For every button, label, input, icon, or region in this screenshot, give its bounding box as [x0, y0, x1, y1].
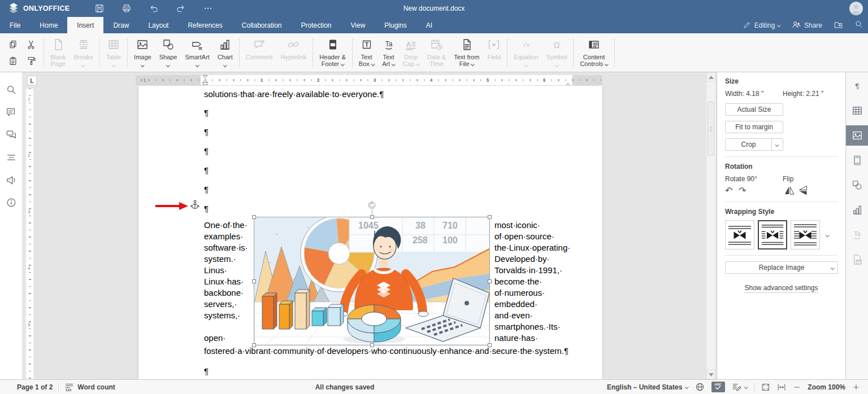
scroll-up-button[interactable] — [706, 72, 715, 82]
fit-to-page-button[interactable] — [761, 383, 770, 392]
table-settings-button[interactable] — [846, 100, 868, 121]
actual-size-button[interactable]: Actual Size — [725, 103, 783, 116]
chevron-down-icon — [341, 62, 344, 65]
scroll-down-button[interactable] — [706, 370, 715, 379]
resize-handle-sw[interactable] — [252, 343, 256, 347]
tab-draw[interactable]: Draw — [103, 17, 138, 33]
document-scrollbar[interactable] — [706, 72, 715, 379]
tab-protection[interactable]: Protection — [292, 17, 341, 33]
menu-tab-bar: FileHomeInsertDrawLayoutReferencesCollab… — [0, 17, 868, 33]
tab-plugins[interactable]: Plugins — [375, 17, 416, 33]
shape-settings-button[interactable] — [846, 175, 868, 195]
rotate-handle[interactable] — [368, 201, 376, 212]
zoom-in-button[interactable] — [852, 383, 860, 391]
wrapping-gallery-expand-button[interactable] — [823, 220, 831, 249]
tab-home[interactable]: Home — [30, 17, 67, 33]
shape-button[interactable]: Shape — [155, 36, 181, 67]
chart-settings-button[interactable] — [846, 200, 868, 220]
sidebar-search-button[interactable] — [5, 84, 18, 96]
rotate-counterclockwise-button[interactable]: ↶ — [725, 185, 739, 196]
format-painter-button[interactable] — [24, 54, 38, 68]
user-avatar[interactable] — [849, 2, 863, 15]
sidebar-navigation-button[interactable] — [5, 151, 18, 164]
paste-button[interactable] — [6, 54, 20, 68]
tab-stop-selector[interactable]: L — [27, 76, 37, 85]
fit-to-width-button[interactable] — [777, 383, 786, 392]
sidebar-chat-button[interactable] — [5, 129, 18, 141]
svg-text:710: 710 — [442, 221, 458, 230]
share-button[interactable]: Share — [792, 20, 822, 31]
text-art-button[interactable]: TaTextArt — [378, 36, 399, 67]
search-button[interactable] — [854, 20, 863, 30]
resize-handle-se[interactable] — [488, 343, 492, 347]
wrapped-text-line: nature·has· — [494, 332, 570, 344]
resize-handle-e[interactable] — [488, 279, 492, 283]
open-file-location-button[interactable] — [834, 20, 843, 31]
sidebar-about-button[interactable] — [5, 196, 18, 209]
track-changes-button[interactable] — [732, 382, 748, 392]
page-number-indicator[interactable]: Page 1 of 2 — [17, 383, 53, 391]
ribbon-divider — [313, 38, 313, 67]
tab-references[interactable]: References — [178, 17, 232, 33]
image-settings-button[interactable] — [846, 125, 868, 146]
print-button[interactable] — [121, 3, 132, 14]
chevron-down-icon — [392, 62, 395, 65]
wrapping-style-tight[interactable] — [791, 220, 820, 249]
spellcheck-icon: ABC — [714, 382, 722, 392]
replace-image-button[interactable]: Replace Image — [725, 261, 838, 274]
customize-toolbar-button[interactable] — [203, 3, 213, 14]
editing-mode-button[interactable]: Editing — [743, 20, 780, 30]
resize-handle-ne[interactable] — [488, 215, 492, 219]
show-advanced-settings-link[interactable]: Show advanced settings — [725, 284, 837, 292]
tab-insert[interactable]: Insert — [67, 17, 103, 33]
rotate-clockwise-button[interactable]: ↷ — [739, 185, 752, 196]
set-document-language-button[interactable] — [695, 382, 705, 392]
spell-check-toggle[interactable]: ABC — [711, 382, 725, 392]
zoom-out-button[interactable] — [793, 383, 801, 391]
svg-text:¶: ¶ — [855, 82, 859, 90]
resize-handle-s[interactable] — [370, 343, 374, 347]
language-selector[interactable]: English – United States — [607, 383, 688, 391]
wrapping-style-inline[interactable] — [725, 220, 754, 249]
tab-view[interactable]: View — [341, 17, 375, 33]
undo-button[interactable] — [149, 3, 159, 14]
flip-horizontal-button[interactable] — [783, 186, 796, 195]
resize-handle-w[interactable] — [252, 279, 256, 283]
chart-button[interactable]: Chart — [214, 36, 237, 67]
redo-button[interactable] — [176, 3, 186, 14]
smartart-button[interactable]: SmartArt — [181, 36, 213, 67]
copy-button[interactable] — [6, 37, 20, 52]
sidebar-feedback-button[interactable] — [5, 174, 18, 186]
word-count-button[interactable]: 123 Word count — [64, 382, 115, 392]
vertical-ruler[interactable]: 12345 — [26, 89, 33, 379]
headerfooter-settings-button[interactable] — [846, 150, 868, 170]
flip-vertical-button[interactable] — [799, 184, 808, 198]
tab-layout[interactable]: Layout — [138, 17, 178, 33]
empty-paragraph-mark: ¶ — [204, 146, 209, 157]
tab-ai[interactable]: AI — [416, 17, 442, 33]
tab-file[interactable]: File — [0, 17, 30, 33]
cut-button[interactable] — [24, 37, 38, 52]
selected-inline-image[interactable]: 1045 38 710 258 100 — [254, 217, 489, 345]
image-button[interactable]: Image — [130, 36, 155, 67]
resize-handle-nw[interactable] — [252, 215, 256, 219]
header-footer-button[interactable]: Header &Footer — [315, 36, 349, 67]
horizontal-ruler[interactable]: 1 123456 — [136, 75, 602, 85]
paragraph-settings-button[interactable]: ¶ — [846, 76, 868, 96]
tab-collaboration[interactable]: Collaboration — [232, 17, 292, 33]
fit-to-margin-button[interactable]: Fit to margin — [725, 121, 783, 133]
illustration-image: 1045 38 710 258 100 — [254, 217, 489, 345]
text-box-button[interactable]: TTextBox — [355, 36, 378, 67]
save-button[interactable] — [94, 3, 105, 14]
anchor-pointer-arrow — [155, 202, 188, 212]
content-controls-button[interactable]: ContentControls — [576, 36, 611, 67]
scrollbar-thumb[interactable] — [708, 102, 714, 156]
crop-dropdown[interactable] — [771, 139, 783, 150]
document-page[interactable]: solutions·that·are·freely·available·to·e… — [138, 86, 602, 379]
sidebar-comment-button[interactable] — [5, 106, 18, 119]
zoom-level[interactable]: Zoom 100% — [808, 383, 845, 391]
crop-button[interactable]: Crop — [725, 138, 783, 151]
wrapping-style-square[interactable] — [758, 220, 787, 249]
resize-handle-n[interactable] — [370, 215, 374, 219]
text-from-file-button[interactable]: Text fromFile — [450, 36, 483, 67]
